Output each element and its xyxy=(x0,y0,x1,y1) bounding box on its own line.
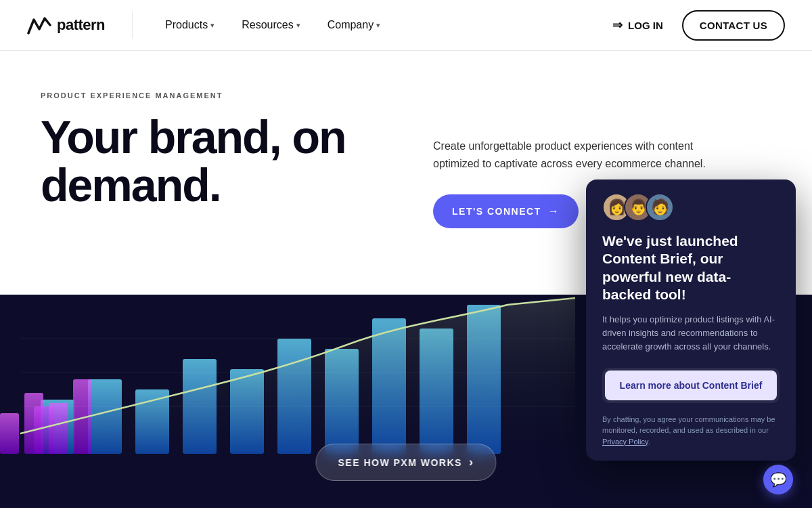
login-button[interactable]: ⇒ LOG IN xyxy=(604,12,671,38)
chevron-down-icon-products: ▾ xyxy=(210,21,215,30)
arrow-icon: → xyxy=(548,205,560,217)
contact-button[interactable]: CONTACT US xyxy=(682,10,785,41)
hero-title-line2: demand. xyxy=(41,159,221,211)
avatar-face-3: 🧑 xyxy=(651,198,669,216)
popup-cta-wrap: Learn more about Content Brief xyxy=(602,368,780,403)
nav-links: Products ▾ Resources ▾ Company ▾ xyxy=(154,14,604,37)
nav-label-products: Products xyxy=(165,19,208,31)
login-label: LOG IN xyxy=(628,20,663,31)
nav-divider xyxy=(132,12,133,39)
hero-title: Your brand, on demand. xyxy=(41,113,392,210)
hero-title-line1: Your brand, on xyxy=(41,111,346,163)
popup-title: We've just launched Content Brief, our p… xyxy=(602,232,780,303)
lets-connect-button[interactable]: LET'S CONNECT → xyxy=(433,194,579,228)
see-how-button[interactable]: SEE HOW PXM WORKS › xyxy=(316,444,497,481)
nav-item-company[interactable]: Company ▾ xyxy=(317,14,391,37)
nav-item-products[interactable]: Products ▾ xyxy=(154,14,225,37)
hero-description: Create unforgettable product experiences… xyxy=(433,137,717,172)
privacy-policy-link[interactable]: Privacy Policy xyxy=(602,438,648,446)
nav-actions: ⇒ LOG IN CONTACT US xyxy=(604,10,785,41)
avatar-face-1: 👩 xyxy=(608,198,626,216)
chat-icon: 💬 xyxy=(770,471,787,488)
hero-left: PRODUCT EXPERIENCE MANAGEMENT Your brand… xyxy=(41,91,433,268)
avatar-3: 🧑 xyxy=(646,193,674,221)
hero-eyebrow: PRODUCT EXPERIENCE MANAGEMENT xyxy=(41,91,392,100)
content-brief-button[interactable]: Learn more about Content Brief xyxy=(605,371,777,400)
see-how-label: SEE HOW PXM WORKS xyxy=(338,457,462,468)
footer-end: . xyxy=(648,438,650,446)
logo[interactable]: pattern xyxy=(27,16,105,35)
chevron-down-icon-company: ▾ xyxy=(376,21,380,30)
login-icon: ⇒ xyxy=(612,18,623,33)
logo-icon xyxy=(27,16,51,35)
popup-footer: By chatting, you agree your communicatio… xyxy=(586,414,796,448)
chevron-down-icon-resources: ▾ xyxy=(296,21,300,30)
popup-description: It helps you optimize product listings w… xyxy=(602,313,780,354)
cta-label: LET'S CONNECT xyxy=(452,206,541,217)
nav-label-company: Company xyxy=(328,19,374,31)
avatar-face-2: 👨 xyxy=(629,198,648,216)
popup-body: We've just launched Content Brief, our p… xyxy=(586,232,796,354)
footer-text: By chatting, you agree your communicatio… xyxy=(602,415,775,435)
line-chart xyxy=(20,271,575,461)
svg-rect-14 xyxy=(0,413,19,454)
see-how-arrow-icon: › xyxy=(469,455,474,469)
nav-item-resources[interactable]: Resources ▾ xyxy=(231,14,311,37)
nav-label-resources: Resources xyxy=(242,19,293,31)
chat-bubble-button[interactable]: 💬 xyxy=(763,465,793,494)
avatar-group: 👩 👨 🧑 xyxy=(602,193,674,221)
navigation: pattern Products ▾ Resources ▾ Company ▾… xyxy=(0,0,812,51)
popup-header: 👩 👨 🧑 xyxy=(586,179,796,232)
popup-card: 👩 👨 🧑 We've just launched Content Brief,… xyxy=(586,179,796,461)
logo-text: pattern xyxy=(57,16,105,34)
